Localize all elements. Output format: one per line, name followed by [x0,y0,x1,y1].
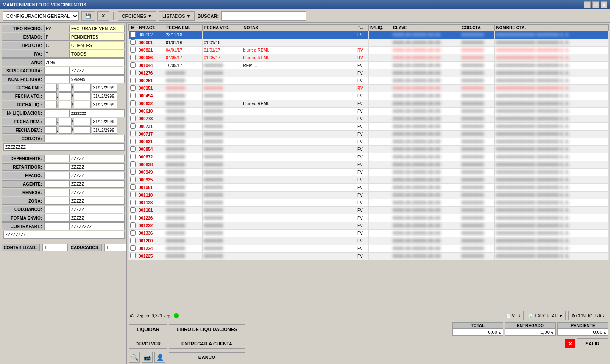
close-toolbar-btn[interactable]: ✕ [97,11,109,21]
entregar-btn[interactable]: ENTREGAR A CUENTA [169,339,245,349]
table-row[interactable]: 001200XX/XX/XXXX/XX/XXFVXXXX-XX-XXXXX-XX… [129,237,609,245]
tipo-recibo-code[interactable]: FV [44,25,70,32]
salir-btn[interactable]: SALIR [577,338,608,349]
remesa-code[interactable] [44,189,70,196]
cell-clave: XXXX-XX-XXXXX-XX-XX [391,69,460,77]
grid-container[interactable]: M NºFACT. FECHA EMI. FECHA VTO. NOTAS T.… [128,24,609,309]
fecha-rem-y[interactable] [74,118,91,125]
libro-btn[interactable]: LIBRO DE LIQUIDACIONES [169,324,245,334]
table-row[interactable]: 001336XX/XX/XXXX/XX/XXFVXXXX-XX-XXXXX-XX… [129,230,609,237]
estado-code[interactable]: P [44,33,70,41]
maximize-btn[interactable]: □ [592,1,599,8]
table-row[interactable]: 00000228/11/18FVXXXX-XX-XXXXX-XX-XXXXXXX… [129,31,609,39]
table-row[interactable]: 000494XX/XX/XXXX/XX/XXFVXXXX-XX-XXXXX-XX… [129,92,609,100]
zona-code[interactable] [44,197,70,205]
anyo-value[interactable]: 2099 [44,58,125,66]
fecha-liq-d[interactable] [44,101,57,108]
cod-cta-value[interactable] [44,135,125,142]
table-row[interactable]: 000838XX/XX/XXXX/XX/XXFVXXXX-XX-XXXXX-XX… [129,161,609,169]
fecha-vto-m[interactable] [59,92,72,100]
fecha-vto-y[interactable] [74,92,91,100]
devolver-btn[interactable]: DEVOLVER [129,339,167,349]
table-row[interactable]: 001110XX/XX/XXXX/XX/XXFVXXXX-XX-XXXXX-XX… [129,192,609,199]
num-factura-code[interactable] [44,75,70,83]
exit-x-icon[interactable]: ✕ [565,339,575,348]
n-liquidacion-code[interactable] [44,109,70,117]
dependiente-code[interactable] [44,155,70,162]
table-body[interactable]: 00000228/11/18FVXXXX-XX-XXXXX-XX-XXXXXXX… [129,31,609,260]
cell-codcta: XXXXXXXX [460,222,494,230]
search-input[interactable] [221,11,306,21]
table-row[interactable]: 00082104/01/1701/01/17blurred REMI...RVX… [129,47,609,54]
fpago-row: F.PAGO: ZZZZZ [2,172,125,179]
table-row[interactable]: 000251XX/XX/XXXX/XX/XXRVXXXX-XX-XXXXX-XX… [129,85,609,92]
tipo-cta-code[interactable]: C [44,42,70,49]
contrapart-code[interactable] [44,222,70,230]
configurar-btn[interactable]: ⚙ CONFIGURAR [568,311,607,320]
table-row[interactable]: 00008604/05/1701/05/17blurred REMI...RVX… [129,54,609,62]
table-row[interactable]: 000610XX/XX/XXXX/XX/XXFVXXXX-XX-XXXXX-XX… [129,108,609,115]
forma-envio-code[interactable] [44,214,70,222]
fecha-dev-m[interactable] [59,126,72,134]
table-row[interactable]: 00104416/05/17XX/XX/XXREMI...FVXXXX-XX-X… [129,62,609,69]
fecha-liq-y[interactable] [74,101,91,108]
table-row[interactable]: 001226XX/XX/XXXX/XX/XXFVXXXX-XX-XXXXX-XX… [129,214,609,222]
contab-row: CONTABILIZAD.: T CADUCADOS: T [2,244,125,251]
minimize-btn[interactable]: ─ [584,1,591,8]
table-row[interactable]: 001128XX/XX/XXXX/XX/XXFVXXXX-XX-XXXXX-XX… [129,199,609,207]
table-row[interactable]: 000872XX/XX/XXXX/XX/XXFVXXXX-XX-XXXXX-XX… [129,153,609,161]
table-row[interactable]: 001225XX/XX/XXXX/XX/XXFVXXXX-XX-XXXXX-XX… [129,253,609,260]
table-row[interactable]: 000773XX/XX/XXXX/XX/XXFVXXXX-XX-XXXXX-XX… [129,115,609,123]
fecha-emi-label: FECHA EMI.: [2,84,44,92]
table-row[interactable]: 001276XX/XX/XXXX/XX/XXFVXXXX-XX-XXXXX-XX… [129,69,609,77]
table-row[interactable]: 000731XX/XX/XXXX/XX/XXFVXXXX-XX-XXXXX-XX… [129,123,609,131]
fecha-rem-m[interactable] [59,118,72,125]
table-row[interactable]: 000831XX/XX/XXXX/XX/XXFVXXXX-XX-XXXXX-XX… [129,138,609,146]
table-row[interactable]: 000251XX/XX/XXXX/XX/XXFVXXXX-XX-XXXXX-XX… [129,77,609,85]
repartidor-code[interactable] [44,163,70,171]
table-row[interactable]: 001061XX/XX/XXXX/XX/XXFVXXXX-XX-XXXXX-XX… [129,184,609,192]
table-row[interactable]: 000935XX/XX/XXXX/XX/XXFVXXXX-XX-XXXXX-XX… [129,176,609,184]
table-row[interactable]: 001222XX/XX/XXXX/XX/XXFVXXXX-XX-XXXXX-XX… [129,222,609,230]
cod-banco-code[interactable] [44,206,70,213]
table-row[interactable]: 000949XX/XX/XXXX/XX/XXFVXXXX-XX-XXXXX-XX… [129,169,609,176]
col-codcta: COD.CTA [460,25,494,31]
ver-btn[interactable]: 📄 VER [503,311,524,320]
cell-clave: XXXX-XX-XXXXX-XX-XX [391,108,460,115]
table-row[interactable]: 001181XX/XX/XXXX/XX/XXFVXXXX-XX-XXXXX-XX… [129,207,609,214]
search-icon-btn[interactable]: 🔍 [129,352,140,363]
user-icon-btn[interactable]: 👤 [154,352,165,363]
table-row[interactable]: 000632XX/XX/XXXX/XX/XXblurred REMI...FVX… [129,100,609,108]
options-btn[interactable]: OPCIONES ▼ [118,11,156,21]
config-select[interactable]: CONFIGURACION GENERAL [3,11,79,21]
banco-btn[interactable]: BANCO [169,352,245,362]
iva-code[interactable]: T [44,50,70,58]
fecha-dev-y[interactable] [74,126,91,134]
cell-fecha-vto: XX/XX/XX [202,115,242,123]
table-row[interactable]: 00000101/01/1601/01/16XXXX-XX-XXXXX-XX-X… [129,39,609,47]
cell-notas [242,123,356,131]
fecha-liq-m[interactable] [59,101,72,108]
table-row[interactable]: 000854XX/XX/XXXX/XX/XXFVXXXX-XX-XXXXX-XX… [129,146,609,153]
fecha-emi-d[interactable] [44,84,57,92]
fecha-vto-d[interactable] [44,92,57,100]
serie-factura-code[interactable] [44,67,70,75]
listados-btn[interactable]: LISTADOS ▼ [159,11,195,21]
cell-nombrecta: XXXXXXXXXXXXXX XXXXXXXX X. X. [494,222,608,230]
fpago-code[interactable] [44,172,70,179]
fecha-rem-d[interactable] [44,118,57,125]
liquidar-btn[interactable]: LIQUIDAR [129,324,167,334]
fecha-emi-m[interactable] [59,84,72,92]
table-row[interactable]: 000717XX/XX/XXXX/XX/XXFVXXXX-XX-XXXXX-XX… [129,131,609,138]
contabilizad-value[interactable]: T [42,244,68,251]
table-row[interactable]: 001224XX/XX/XXXX/XX/XXFVXXXX-XX-XXXXX-XX… [129,245,609,253]
fecha-dev-d[interactable] [44,126,57,134]
exportar-btn[interactable]: 📊 EXPORTAR ▼ [526,311,566,320]
close-btn[interactable]: ✕ [601,1,607,8]
save-btn[interactable]: 💾 [81,11,95,21]
caducados-value[interactable]: T [104,244,127,251]
iva-desc: TODOS [70,50,125,58]
fecha-emi-y[interactable] [74,84,91,92]
agente-code[interactable] [44,180,70,188]
image-icon-btn[interactable]: 📷 [142,352,153,363]
